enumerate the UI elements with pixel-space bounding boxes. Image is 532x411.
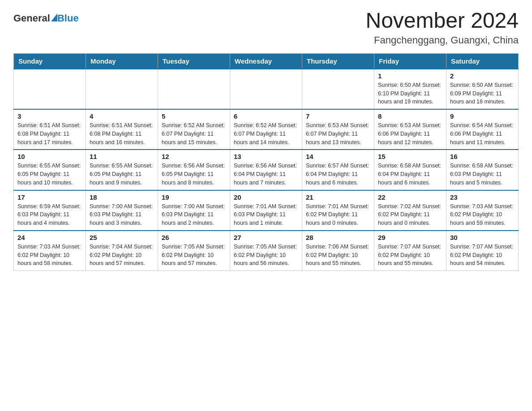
day-info: Sunrise: 6:51 AM Sunset: 6:08 PM Dayligh… <box>90 121 154 146</box>
day-number: 11 <box>90 153 154 160</box>
day-info: Sunrise: 6:56 AM Sunset: 6:04 PM Dayligh… <box>234 162 298 187</box>
calendar-cell: 22Sunrise: 7:02 AM Sunset: 6:02 PM Dayli… <box>374 190 446 231</box>
calendar-cell: 24Sunrise: 7:03 AM Sunset: 6:02 PM Dayli… <box>14 231 86 271</box>
day-number: 20 <box>234 193 298 201</box>
day-info: Sunrise: 6:53 AM Sunset: 6:07 PM Dayligh… <box>306 121 370 146</box>
logo: General Blue <box>13 13 79 24</box>
calendar-cell: 19Sunrise: 7:00 AM Sunset: 6:03 PM Dayli… <box>158 190 230 231</box>
day-number: 5 <box>162 112 226 120</box>
calendar-cell: 26Sunrise: 7:05 AM Sunset: 6:02 PM Dayli… <box>158 231 230 271</box>
day-info: Sunrise: 7:07 AM Sunset: 6:02 PM Dayligh… <box>378 243 442 268</box>
calendar-cell: 15Sunrise: 6:58 AM Sunset: 6:04 PM Dayli… <box>374 150 446 190</box>
weekday-header-monday: Monday <box>86 53 158 69</box>
calendar-cell: 6Sunrise: 6:52 AM Sunset: 6:07 PM Daylig… <box>230 109 302 150</box>
day-info: Sunrise: 6:54 AM Sunset: 6:06 PM Dayligh… <box>450 121 515 146</box>
day-info: Sunrise: 6:59 AM Sunset: 6:03 PM Dayligh… <box>17 202 82 227</box>
day-number: 19 <box>162 193 226 201</box>
day-info: Sunrise: 7:03 AM Sunset: 6:02 PM Dayligh… <box>450 202 515 227</box>
logo-icon <box>51 13 57 21</box>
calendar-cell <box>230 69 302 109</box>
calendar-body: 1Sunrise: 6:50 AM Sunset: 6:10 PM Daylig… <box>14 69 519 271</box>
day-number: 25 <box>90 234 154 241</box>
day-info: Sunrise: 7:04 AM Sunset: 6:02 PM Dayligh… <box>90 243 154 268</box>
day-number: 1 <box>378 72 442 80</box>
day-number: 30 <box>450 234 515 241</box>
weekday-header-row: SundayMondayTuesdayWednesdayThursdayFrid… <box>14 53 519 69</box>
day-number: 12 <box>162 153 226 160</box>
day-number: 28 <box>306 234 370 241</box>
day-info: Sunrise: 7:00 AM Sunset: 6:03 PM Dayligh… <box>162 202 226 227</box>
logo-general: General <box>13 13 50 24</box>
calendar-cell: 5Sunrise: 6:52 AM Sunset: 6:07 PM Daylig… <box>158 109 230 150</box>
title-area: November 2024 Fangchenggang, Guangxi, Ch… <box>365 9 519 46</box>
calendar-cell: 16Sunrise: 6:58 AM Sunset: 6:03 PM Dayli… <box>446 150 519 190</box>
day-info: Sunrise: 7:00 AM Sunset: 6:03 PM Dayligh… <box>90 202 154 227</box>
day-info: Sunrise: 6:51 AM Sunset: 6:08 PM Dayligh… <box>17 121 82 146</box>
day-info: Sunrise: 7:05 AM Sunset: 6:02 PM Dayligh… <box>162 243 226 268</box>
day-info: Sunrise: 6:52 AM Sunset: 6:07 PM Dayligh… <box>162 121 226 146</box>
calendar-cell: 2Sunrise: 6:50 AM Sunset: 6:09 PM Daylig… <box>446 69 519 109</box>
calendar-cell: 23Sunrise: 7:03 AM Sunset: 6:02 PM Dayli… <box>446 190 519 231</box>
day-number: 14 <box>306 153 370 160</box>
weekday-header-tuesday: Tuesday <box>158 53 230 69</box>
page-header: General Blue November 2024 Fangchenggang… <box>13 9 519 46</box>
calendar-header: SundayMondayTuesdayWednesdayThursdayFrid… <box>14 53 519 69</box>
calendar-cell <box>14 69 86 109</box>
calendar-cell: 17Sunrise: 6:59 AM Sunset: 6:03 PM Dayli… <box>14 190 86 231</box>
day-info: Sunrise: 6:56 AM Sunset: 6:05 PM Dayligh… <box>162 162 226 187</box>
week-row-3: 10Sunrise: 6:55 AM Sunset: 6:05 PM Dayli… <box>14 150 519 190</box>
calendar-cell: 25Sunrise: 7:04 AM Sunset: 6:02 PM Dayli… <box>86 231 158 271</box>
day-info: Sunrise: 7:05 AM Sunset: 6:02 PM Dayligh… <box>234 243 298 268</box>
weekday-header-friday: Friday <box>374 53 446 69</box>
day-info: Sunrise: 7:02 AM Sunset: 6:02 PM Dayligh… <box>378 202 442 227</box>
month-title: November 2024 <box>365 9 519 33</box>
calendar-cell: 21Sunrise: 7:01 AM Sunset: 6:02 PM Dayli… <box>302 190 374 231</box>
day-number: 27 <box>234 234 298 241</box>
day-number: 13 <box>234 153 298 160</box>
calendar-cell: 18Sunrise: 7:00 AM Sunset: 6:03 PM Dayli… <box>86 190 158 231</box>
calendar-cell <box>158 69 230 109</box>
calendar-cell: 1Sunrise: 6:50 AM Sunset: 6:10 PM Daylig… <box>374 69 446 109</box>
day-number: 22 <box>378 193 442 201</box>
day-number: 9 <box>450 112 515 120</box>
weekday-header-saturday: Saturday <box>446 53 519 69</box>
day-info: Sunrise: 7:03 AM Sunset: 6:02 PM Dayligh… <box>17 243 82 268</box>
day-number: 16 <box>450 153 515 160</box>
day-number: 26 <box>162 234 226 241</box>
day-info: Sunrise: 7:01 AM Sunset: 6:03 PM Dayligh… <box>234 202 298 227</box>
calendar-cell <box>302 69 374 109</box>
day-number: 7 <box>306 112 370 120</box>
day-number: 3 <box>17 112 82 120</box>
day-info: Sunrise: 7:01 AM Sunset: 6:02 PM Dayligh… <box>306 202 370 227</box>
calendar-cell: 28Sunrise: 7:06 AM Sunset: 6:02 PM Dayli… <box>302 231 374 271</box>
week-row-5: 24Sunrise: 7:03 AM Sunset: 6:02 PM Dayli… <box>14 231 519 271</box>
day-number: 15 <box>378 153 442 160</box>
day-number: 10 <box>17 153 82 160</box>
calendar-cell: 9Sunrise: 6:54 AM Sunset: 6:06 PM Daylig… <box>446 109 519 150</box>
day-info: Sunrise: 7:07 AM Sunset: 6:02 PM Dayligh… <box>450 243 515 268</box>
week-row-2: 3Sunrise: 6:51 AM Sunset: 6:08 PM Daylig… <box>14 109 519 150</box>
day-number: 29 <box>378 234 442 241</box>
weekday-header-thursday: Thursday <box>302 53 374 69</box>
week-row-4: 17Sunrise: 6:59 AM Sunset: 6:03 PM Dayli… <box>14 190 519 231</box>
weekday-header-sunday: Sunday <box>14 53 86 69</box>
day-info: Sunrise: 7:06 AM Sunset: 6:02 PM Dayligh… <box>306 243 370 268</box>
calendar-cell: 10Sunrise: 6:55 AM Sunset: 6:05 PM Dayli… <box>14 150 86 190</box>
calendar-cell: 27Sunrise: 7:05 AM Sunset: 6:02 PM Dayli… <box>230 231 302 271</box>
calendar-cell: 29Sunrise: 7:07 AM Sunset: 6:02 PM Dayli… <box>374 231 446 271</box>
day-number: 21 <box>306 193 370 201</box>
day-number: 6 <box>234 112 298 120</box>
day-info: Sunrise: 6:50 AM Sunset: 6:10 PM Dayligh… <box>378 81 442 106</box>
calendar-cell: 30Sunrise: 7:07 AM Sunset: 6:02 PM Dayli… <box>446 231 519 271</box>
day-info: Sunrise: 6:50 AM Sunset: 6:09 PM Dayligh… <box>450 81 515 106</box>
calendar-cell: 13Sunrise: 6:56 AM Sunset: 6:04 PM Dayli… <box>230 150 302 190</box>
calendar-cell: 20Sunrise: 7:01 AM Sunset: 6:03 PM Dayli… <box>230 190 302 231</box>
day-number: 4 <box>90 112 154 120</box>
day-info: Sunrise: 6:58 AM Sunset: 6:03 PM Dayligh… <box>450 162 515 187</box>
day-info: Sunrise: 6:52 AM Sunset: 6:07 PM Dayligh… <box>234 121 298 146</box>
calendar-cell <box>86 69 158 109</box>
logo-blue: Blue <box>57 13 79 24</box>
week-row-1: 1Sunrise: 6:50 AM Sunset: 6:10 PM Daylig… <box>14 69 519 109</box>
day-number: 17 <box>17 193 82 201</box>
day-info: Sunrise: 6:57 AM Sunset: 6:04 PM Dayligh… <box>306 162 370 187</box>
